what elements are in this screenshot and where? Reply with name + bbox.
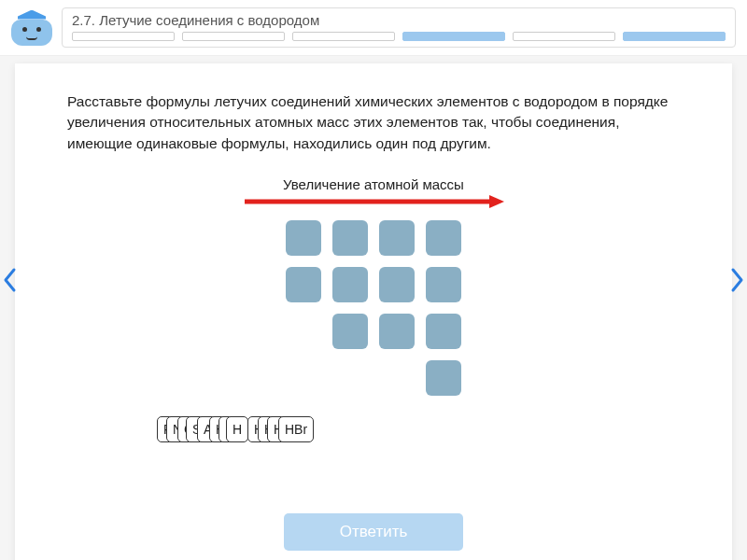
tiles-row: PNCSAHHHHHHHBr [157,416,680,448]
drop-slot[interactable] [332,267,368,302]
next-arrow-icon[interactable] [728,267,745,293]
drop-slot[interactable] [286,220,321,256]
title-block: 2.7. Летучие соединения с водородом [62,7,736,48]
arrow-label: Увеличение атомной массы [67,176,680,192]
svg-marker-1 [489,195,504,208]
question-card: Расставьте формулы летучих соединений хи… [15,63,732,560]
slot-grid [286,220,461,396]
drop-slot[interactable] [332,314,368,349]
drop-slot[interactable] [379,267,415,302]
progress-segment[interactable] [402,32,505,41]
submit-wrap: Ответить [15,513,732,551]
drop-slot[interactable] [332,220,368,256]
arrow-block: Увеличение атомной массы [67,176,680,213]
drop-slot[interactable] [426,314,461,349]
logo[interactable] [11,10,52,46]
question-text: Расставьте формулы летучих соединений хи… [67,91,680,154]
progress-segment[interactable] [182,32,285,41]
drop-slot[interactable] [379,314,415,349]
draggable-tile[interactable]: HBr [278,416,314,442]
page-title: 2.7. Летучие соединения с водородом [72,12,726,28]
drop-slot[interactable] [426,220,461,256]
submit-button[interactable]: Ответить [284,513,464,551]
progress-segment[interactable] [513,32,615,41]
drop-slot[interactable] [426,360,461,396]
header: 2.7. Летучие соединения с водородом [0,0,747,56]
arrow-icon [243,194,504,209]
drop-slot[interactable] [286,267,321,302]
progress-segment[interactable] [292,32,395,41]
progress-segment[interactable] [72,32,175,41]
progress-segment[interactable] [623,32,726,41]
drop-slot[interactable] [379,220,415,256]
prev-arrow-icon[interactable] [2,267,19,293]
draggable-tile[interactable]: H [226,416,248,442]
grid-area [67,220,680,396]
progress-row [72,32,726,41]
drop-slot[interactable] [426,267,461,302]
